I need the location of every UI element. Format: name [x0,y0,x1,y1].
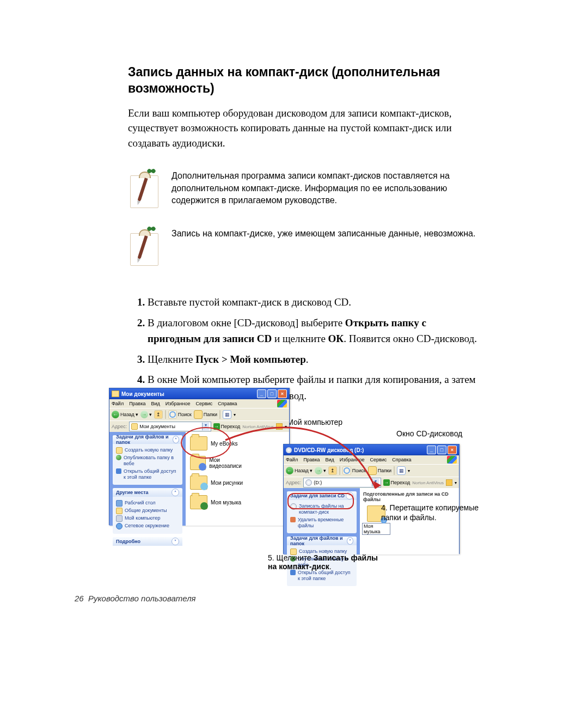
folders-button[interactable]: Папки [194,410,217,419]
norton-label: Norton AntiVirus [242,424,274,429]
menu-edit[interactable]: Правка [303,457,320,462]
menu-help[interactable]: Справка [218,401,237,406]
close-button[interactable]: × [278,389,287,398]
menu-help[interactable]: Справка [392,457,411,462]
folder-videos[interactable]: Мои видеозаписи [190,456,250,470]
menu-file[interactable]: Файл [112,401,124,406]
panel-heading[interactable]: Задачи для файлов и папок˄ [113,435,182,444]
views-button[interactable]: ▦ [223,410,231,419]
minimize-button[interactable]: _ [427,446,436,454]
address-bar: Адрес: (D:) ▾ →Переход Norton AntiVirus … [284,477,459,488]
toolbar: ←Назад ▾ → ▾ ↥ Поиск Папки ▦▾ [109,408,289,421]
go-button[interactable]: →Переход [383,479,411,486]
address-dropdown-icon[interactable]: ▾ [202,423,209,430]
menu-view[interactable]: Вид [326,457,334,462]
panel-other-places: Другие места˄ Рабочий стол Общие докумен… [113,488,182,534]
views-button[interactable]: ▦ [397,466,406,475]
norton-icon[interactable] [446,479,452,486]
panel-cd-tasks: Задачи для записи CD˄ Записать файлы на … [287,491,357,533]
intro-paragraph: Если ваш компьютер оборудован дисководом… [128,106,482,151]
address-bar: Адрес: Мои документы ▾ →Переход Norton A… [109,421,289,432]
menu-edit[interactable]: Правка [129,401,145,406]
up-button[interactable]: ↥ [154,410,163,419]
menu-tools[interactable]: Сервис [195,401,212,406]
callout-4-line1: 4. Перетащите копируемые [381,503,479,512]
disc-icon [286,447,292,453]
forward-button[interactable]: → ▾ [315,467,326,474]
task-delete-temp[interactable]: Удалить временные файлы [290,517,353,529]
menu-bar: Файл Правка Вид Избранное Сервис Справка [109,399,289,408]
panel-file-folder-tasks: Задачи для файлов и папок˄ Создать новую… [113,435,182,485]
go-button[interactable]: →Переход [213,423,241,430]
place-network[interactable]: Сетевое окружение [116,523,179,529]
up-button[interactable]: ↥ [328,466,337,475]
staged-file-label: Моя музыка [362,523,390,535]
window-title: DVD/CD-RW дисковод (D:) [294,447,364,453]
task-publish[interactable]: Опубликовать папку в вебе [116,455,179,467]
forward-button[interactable]: → ▾ [140,411,152,418]
menu-favorites[interactable]: Избранное [340,457,365,462]
menu-file[interactable]: Файл [286,457,298,462]
folder-ebooks[interactable]: My eBooks [190,436,250,450]
collapse-icon[interactable]: ˄ [346,492,353,499]
back-button[interactable]: ←Назад ▾ [112,411,138,418]
task-share[interactable]: Открыть общий доступ к этой папке [116,468,179,481]
note-2-text: Запись на компакт-диске, уже имеющем зап… [171,224,475,240]
minimize-button[interactable]: _ [257,389,266,398]
collapse-icon[interactable]: ˄ [173,436,179,443]
menu-tools[interactable]: Сервис [370,457,387,462]
search-button[interactable]: Поиск [168,410,192,419]
page-footer: 26 Руководство пользователя [75,594,196,603]
toolbar: ←Назад ▾ → ▾ ↥ Поиск Папки ▦▾ [284,464,459,477]
collapse-icon[interactable]: ˄ [171,489,179,496]
address-combo[interactable]: Мои документы ▾ [129,422,211,431]
back-button[interactable]: ←Назад ▾ [286,467,313,474]
task-new-folder[interactable]: Создать новую папку [116,447,179,454]
callout-5: 5. Щелкните Записать файлы на компакт-ди… [268,553,388,571]
file-list: My eBooks Мои видеозаписи Мои рисунки Мо… [186,432,289,526]
clipboard-pen-icon [128,167,164,210]
clipboard-pen-icon [128,224,164,268]
menu-bar: Файл Правка Вид Избранное Сервис Справка [284,455,459,464]
step-2: В диалоговом окне [CD-дисковод] выберите… [148,315,482,347]
instruction-list: Вставьте пустой компакт-диск в дисковод … [128,294,482,404]
close-button[interactable]: × [448,446,457,454]
window-my-documents: Мои документы _ □ × Файл Правка Вид Избр… [109,388,290,525]
disc-icon [305,479,312,486]
place-my-computer[interactable]: Мой компьютер [116,515,179,522]
search-button[interactable]: Поиск [342,466,366,475]
maximize-button[interactable]: □ [267,389,277,398]
panel-heading[interactable]: Другие места˄ [113,488,182,497]
tasks-pane: Задачи для записи CD˄ Записать файлы на … [284,488,360,554]
expand-icon[interactable]: ˅ [171,538,179,545]
panel-heading[interactable]: Подробно˅ [113,537,182,546]
folders-button[interactable]: Папки [368,466,391,475]
norton-label: Norton AntiVirus [412,480,444,485]
address-combo[interactable]: (D:) ▾ [303,478,381,487]
step-1: Вставьте пустой компакт-диск в дисковод … [148,294,482,310]
collapse-icon[interactable]: ˄ [347,537,353,545]
content-column: Запись данных на компакт-диск (дополните… [128,64,482,430]
address-value: (D:) [314,480,322,485]
address-label: Адрес: [112,424,127,429]
norton-icon[interactable] [276,423,283,430]
task-share[interactable]: Открыть общий доступ к этой папке [290,570,353,582]
panel-heading[interactable]: Задачи для записи CD˄ [287,491,357,500]
place-shared-docs[interactable]: Общие документы [116,508,179,514]
menu-favorites[interactable]: Избранное [166,401,191,406]
panel-details: Подробно˅ [113,537,182,546]
folder-pictures[interactable]: Мои рисунки [190,476,250,490]
task-burn-cd[interactable]: Записать файлы на компакт-диск [290,503,353,516]
folder-music[interactable]: Моя музыка [190,495,250,509]
maximize-button[interactable]: □ [437,446,446,454]
note-2: Запись на компакт-диске, уже имеющем зап… [128,224,482,268]
address-dropdown-icon[interactable]: ▾ [372,479,379,486]
window-body: Задачи для файлов и папок˄ Создать новую… [109,432,289,526]
titlebar: DVD/CD-RW дисковод (D:) _ □ × [284,444,459,455]
folder-small-icon [112,391,119,397]
place-desktop[interactable]: Рабочий стол [116,500,179,507]
panel-heading[interactable]: Задачи для файлов и папок˄ [287,537,357,545]
menu-view[interactable]: Вид [151,401,160,406]
folder-icon [131,423,138,430]
window-title: Мои документы [121,391,164,397]
